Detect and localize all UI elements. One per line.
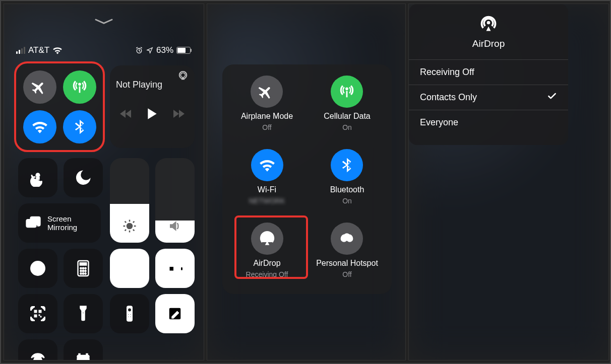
svg-point-2 [180,73,185,78]
check-icon [547,91,557,104]
notes-button[interactable] [155,294,195,333]
qr-scanner-button[interactable] [18,294,57,333]
airplane-label: Airplane Mode [241,112,293,121]
svg-point-27 [83,312,84,314]
svg-point-32 [128,316,129,318]
connectivity-module[interactable] [16,63,103,150]
svg-rect-20 [181,267,182,270]
svg-rect-23 [39,310,42,313]
airplane-status: Off [262,123,271,131]
svg-point-31 [130,314,132,315]
flashlight-button[interactable] [64,294,103,333]
svg-rect-24 [34,315,37,318]
svg-point-18 [127,266,133,272]
collapse-chevron-icon[interactable] [94,17,114,27]
location-icon [146,47,153,54]
airplane-mode-toggle[interactable] [23,70,56,104]
hotspot-status: Off [342,270,351,278]
wifi-item[interactable]: Wi-Fi NETWORK [249,149,285,220]
svg-point-13 [82,270,84,272]
svg-point-9 [80,267,82,269]
svg-rect-22 [34,310,37,313]
status-bar: AT&T 63% [4,44,204,56]
screen-mirroring-button[interactable]: Screen Mirroring [18,203,101,243]
svg-point-17 [85,273,86,274]
airplane-mode-item[interactable]: Airplane Mode Off [241,76,293,146]
connectivity-expanded-card: Airplane Mode Off Cellular Data On Wi-Fi… [222,64,392,294]
bluetooth-icon [331,149,363,181]
cellular-signal-icon [16,47,25,54]
screen-mirroring-label: Screen Mirroring [47,214,77,232]
hearing-button[interactable] [18,339,57,360]
bluetooth-label: Bluetooth [330,185,364,194]
now-playing-module[interactable]: Not Playing [110,65,195,148]
play-icon[interactable] [146,107,158,122]
bluetooth-item[interactable]: Bluetooth On [330,149,364,220]
airdrop-icon [479,15,498,33]
svg-point-42 [487,21,491,25]
svg-point-10 [82,267,84,269]
next-track-icon[interactable] [172,109,185,120]
low-power-mode-toggle[interactable] [155,249,195,288]
svg-point-12 [80,270,82,272]
battery-icon [176,47,192,54]
airdrop-option-everyone[interactable]: Everyone [409,110,568,135]
personal-hotspot-item[interactable]: Personal Hotspot Off [316,223,378,293]
wifi-toggle[interactable] [23,110,56,143]
calculator-button[interactable] [64,249,103,288]
svg-point-30 [128,314,129,315]
orientation-lock-toggle[interactable] [18,158,57,197]
cellular-icon [331,76,363,108]
svg-point-29 [128,308,132,312]
svg-rect-37 [79,354,80,356]
cellular-label: Cellular Data [324,112,370,121]
svg-point-40 [342,236,347,241]
svg-point-11 [85,267,86,269]
connectivity-expanded-panel: Airplane Mode Off Cellular Data On Wi-Fi… [207,4,406,360]
svg-point-14 [85,270,86,272]
svg-point-4 [127,223,133,230]
airdrop-option-receiving-off[interactable]: Receiving Off [409,59,568,85]
previous-track-icon[interactable] [120,109,132,120]
timer-button[interactable] [18,249,57,288]
svg-point-15 [80,273,82,274]
airplane-icon [251,76,283,108]
svg-rect-25 [39,315,40,316]
cellular-data-toggle[interactable] [63,70,96,104]
bluetooth-status: On [342,197,352,205]
airdrop-menu-panel: AirDrop Receiving Off Contacts Only Ever… [408,4,609,360]
option-label: Receiving Off [420,67,474,78]
cellular-data-item[interactable]: Cellular Data On [324,76,370,146]
bluetooth-toggle[interactable] [63,110,96,143]
wifi-icon [251,149,283,181]
carrier-label: AT&T [28,45,49,55]
airdrop-highlight [234,215,308,279]
alarm-icon [135,46,143,54]
airdrop-menu: AirDrop Receiving Off Contacts Only Ever… [409,4,568,145]
wifi-status: NETWORK [249,197,285,205]
svg-rect-38 [86,354,88,356]
airplay-icon[interactable] [177,70,189,83]
cellular-status: On [342,123,352,131]
svg-point-41 [347,236,352,241]
control-center-panel: AT&T 63% Not Playing [4,4,204,360]
hotspot-label: Personal Hotspot [316,259,378,268]
camera-button[interactable] [110,249,149,288]
svg-point-33 [130,316,132,318]
option-label: Everyone [420,117,458,128]
volume-slider[interactable] [155,158,195,243]
svg-rect-21 [170,267,174,271]
airdrop-menu-title: AirDrop [472,38,505,49]
wifi-label: Wi-Fi [258,185,276,194]
do-not-disturb-toggle[interactable] [64,158,103,197]
option-label: Contacts Only [420,92,477,103]
wifi-status-icon [52,46,63,54]
apple-tv-remote-button[interactable] [110,294,149,333]
svg-rect-26 [40,316,42,318]
alarm-shortcut-button[interactable] [64,339,103,360]
hotspot-icon [331,223,363,255]
brightness-slider[interactable] [110,158,149,243]
battery-percent: 63% [156,45,173,55]
svg-rect-8 [80,263,87,265]
airdrop-option-contacts-only[interactable]: Contacts Only [409,85,568,110]
